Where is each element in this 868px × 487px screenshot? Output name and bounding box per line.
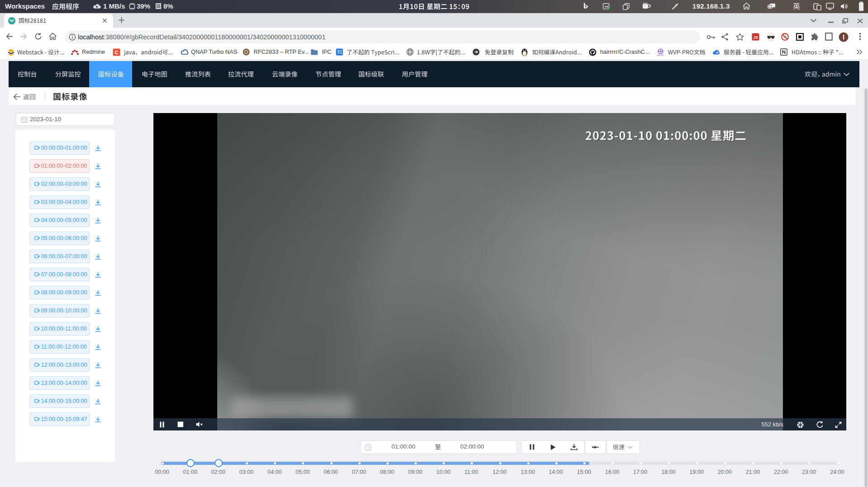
svg-text:JS: JS xyxy=(753,35,758,40)
svg-text:C: C xyxy=(114,50,118,55)
svg-text:WVP-PRO: WVP-PRO xyxy=(657,55,664,57)
